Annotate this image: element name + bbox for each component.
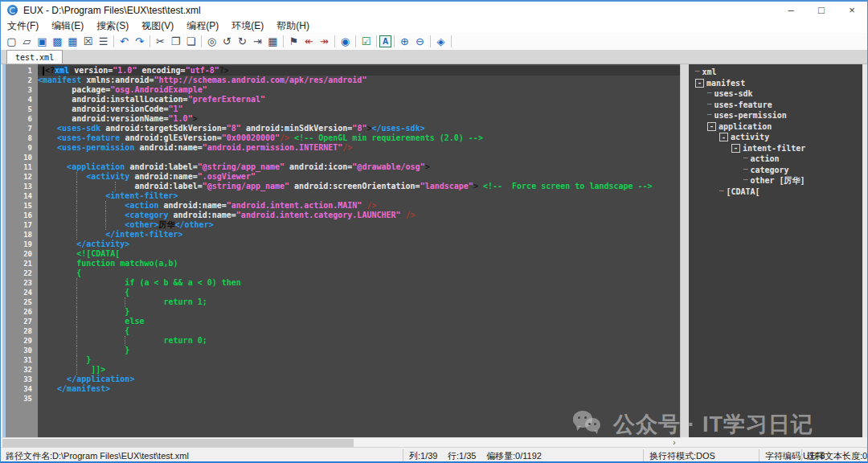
code-line-12[interactable]: <activity android:name=".osgViewer" [38,172,680,182]
maximize-button[interactable]: □ [806,2,837,18]
code-line-1[interactable]: <?xml version="1.0" encoding="utf-8"?> [38,66,680,76]
close-button[interactable]: × [837,2,867,18]
tree-node-other-[interactable]: ┄other [厉华] [689,175,862,186]
code-token: "android.intent.action.MAIN" [227,201,362,210]
code-line-26[interactable]: } [38,307,680,317]
code-line-21[interactable]: function matchwo(a,b) [38,259,680,268]
undo-icon[interactable]: ↶ [117,35,132,49]
tree-node--cdata-[interactable]: ┄[CDATA[ [689,186,862,198]
menu-item-3[interactable]: 视图(V) [135,19,180,33]
next-bookmark-icon[interactable]: ↠ [317,35,332,49]
replace-icon[interactable]: ⇥ [250,35,265,49]
minimize-button[interactable]: – [776,2,806,18]
code-line-28[interactable]: { [38,326,680,336]
bookmark-icon[interactable]: ⚑ [286,35,301,49]
collapse-icon[interactable]: - [719,133,728,141]
tree-node-uses-sdk[interactable]: ┄uses-sdk [689,88,862,100]
menu-item-4[interactable]: 编程(P) [180,19,225,33]
code-line-24[interactable]: { [38,288,680,297]
app-window: EUX - D:\Program Files\EUX\test\test.xml… [0,0,868,463]
code-line-15[interactable]: <action android:name="android.intent.act… [38,201,680,211]
toolbar-separator [355,35,356,47]
copy-icon[interactable]: ❐ [168,35,183,49]
cut-icon[interactable]: ✂ [153,35,168,49]
code-token: /> [342,143,352,152]
code-line-10[interactable] [38,153,680,162]
code-line-22[interactable]: { [38,268,680,278]
find-next-icon[interactable]: ↺ [219,35,235,49]
collapse-icon[interactable]: - [695,79,704,88]
code-editor[interactable]: <?xml version="1.0" encoding="utf-8"?><m… [38,64,680,437]
code-line-2[interactable]: <manifest xmlns:android="http://schemas.… [38,76,680,85]
code-line-17[interactable]: <other>厉华</other> [38,220,680,230]
code-line-9[interactable]: <uses-permission android:name="android.p… [38,143,680,153]
menu-item-5[interactable]: 环境(E) [225,19,270,33]
code-line-20[interactable]: <![CDATA[ [38,249,680,259]
code-token: <!-- Force screen to landscape --> [478,182,653,191]
save-all-icon[interactable]: ▦ [65,35,80,49]
code-line-16[interactable]: <category android:name="android.intent.c… [38,211,680,220]
code-line-25[interactable]: return 1; [38,297,680,307]
close-file-icon[interactable]: ☒ [80,35,96,49]
menu-item-0[interactable]: 文件(F) [1,19,45,33]
code-line-18[interactable]: </intent-filter> [38,230,680,240]
code-line-6[interactable]: android:versionName="1.0"> [38,114,680,124]
tree-node-category[interactable]: ┄category [689,165,862,176]
save-as-icon[interactable]: ▩ [50,35,65,49]
tree-connector: ┄ [707,88,711,100]
find-icon[interactable]: ◎ [204,35,219,49]
code-line-7[interactable]: <uses-sdk android:targetSdkVersion="8" a… [38,124,680,133]
grid-icon[interactable]: ▦ [265,35,280,49]
about-icon[interactable]: ◈ [433,35,448,49]
code-line-14[interactable]: <intent-filter> [38,191,680,201]
code-line-8[interactable]: <uses-feature android:glEsVersion="0x000… [38,133,680,143]
collapse-icon[interactable]: - [731,144,740,153]
code-line-29[interactable]: return 0; [38,336,680,346]
hscroll-thumb[interactable] [2,439,354,447]
code-line-32[interactable]: ]]> [38,365,680,375]
syntax-check-icon[interactable]: ☑ [358,35,374,49]
code-line-27[interactable]: else [38,317,680,326]
code-line-30[interactable]: } [38,346,680,355]
tree-node-activity[interactable]: -activity [689,132,862,143]
document-list-icon[interactable]: ☰ [96,35,111,49]
menu-item-6[interactable]: 帮助(H) [270,19,316,33]
tree-node-application[interactable]: -application [689,121,862,133]
code-line-11[interactable]: <application android:label="@string/app_… [38,162,680,172]
tree-node-uses-permission[interactable]: ┄uses-permission [689,110,862,121]
line-number-gutter: 1234567891011121314151617181920212223242… [6,64,38,437]
code-line-31[interactable]: } [38,355,680,365]
code-line-34[interactable]: </manifest> [38,384,680,394]
code-line-35[interactable] [38,394,680,404]
open-file-icon[interactable]: ▱ [19,35,35,49]
code-token: </uses-sdk> [371,124,424,133]
zoom-out-icon[interactable]: ⊖ [412,35,428,49]
code-token: ".osgViewer" [198,172,256,181]
tree-node-action[interactable]: ┄action [689,154,862,165]
tree-scrollbar[interactable] [862,64,867,437]
collapse-icon[interactable]: - [707,122,716,131]
code-line-4[interactable]: android:installLocation="preferExternal" [38,95,680,104]
code-line-23[interactable]: if (a < b && a < 0) then [38,278,680,288]
code-line-3[interactable]: package="osg.AndroidExample" [38,85,680,95]
highlight-export-icon[interactable]: A [379,35,391,47]
menu-item-1[interactable]: 编辑(E) [45,19,90,33]
code-line-13[interactable]: android:label="@string/app_name" android… [38,182,680,191]
prev-bookmark-icon[interactable]: ↞ [301,35,317,49]
tree-node-intent-filter[interactable]: -intent-filter [689,143,862,154]
code-line-19[interactable]: </activity> [38,240,680,249]
paste-icon[interactable]: ❏ [183,35,199,49]
save-icon[interactable]: ▣ [35,35,50,49]
tab-test-xml[interactable]: test.xml [6,50,63,64]
menu-item-2[interactable]: 搜索(S) [90,19,135,33]
find-prev-icon[interactable]: ↻ [235,35,250,49]
zoom-in-icon[interactable]: ⊕ [397,35,412,49]
code-line-33[interactable]: </application> [38,375,680,384]
tree-node-manifest[interactable]: -manifest [689,78,862,89]
code-line-5[interactable]: android:versionCode="1" [38,104,680,114]
tree-node-uses-feature[interactable]: ┄uses-feature [689,100,862,111]
tree-node-xml[interactable]: ┄xml [689,67,862,78]
redo-icon[interactable]: ↷ [132,35,147,49]
go-back-icon[interactable]: ◉ [338,35,353,49]
new-file-icon[interactable]: ▢ [4,35,19,49]
